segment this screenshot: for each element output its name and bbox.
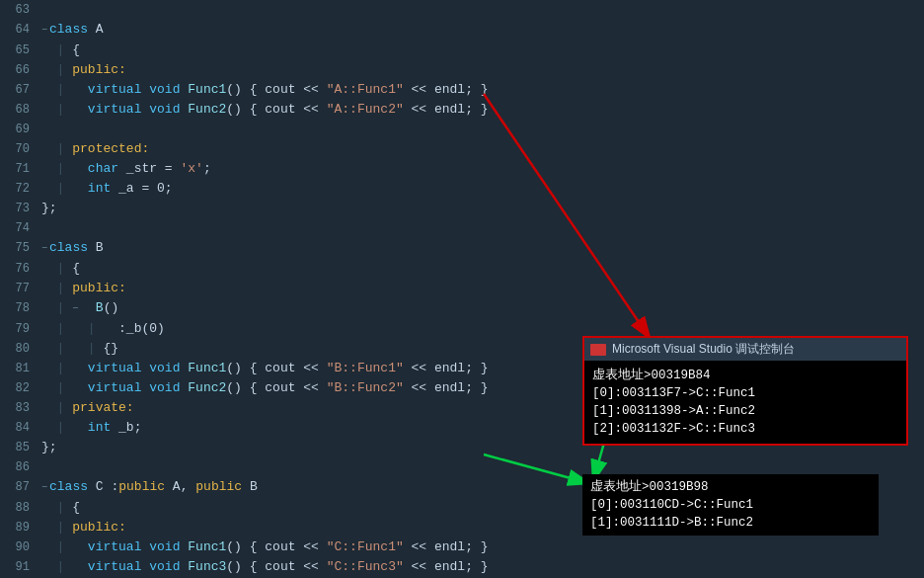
console-title-text: Microsoft Visual Studio 调试控制台 xyxy=(612,341,795,358)
console-popup-2: 虚表地址>00319B98 [0]:003110CD->C::Func1 [1]… xyxy=(582,474,879,536)
line-66: 66 | public: xyxy=(0,60,924,80)
console-body-1: 虚表地址>00319B84 [0]:003113F7->C::Func1 [1]… xyxy=(584,361,906,444)
line-72: 72 | int _a = 0; xyxy=(0,179,924,199)
line-75: 75 −class B xyxy=(0,238,924,259)
line-77: 77 | public: xyxy=(0,279,924,298)
vs-icon xyxy=(590,344,606,356)
console-line-1: [0]:003113F7->C::Func1 xyxy=(592,384,898,402)
line-71: 71 | char _str = 'x'; xyxy=(0,159,924,179)
console-line-3: [2]:0031132F->C::Func3 xyxy=(592,420,898,438)
line-67: 67 | virtual void Func1() { cout << "A::… xyxy=(0,80,924,100)
console-line-0: 虚表地址>00319B84 xyxy=(592,367,898,384)
console2-line-1: [0]:003110CD->C::Func1 xyxy=(590,496,871,514)
console-popup-1: Microsoft Visual Studio 调试控制台 虚表地址>00319… xyxy=(582,336,908,446)
line-76: 76 | { xyxy=(0,259,924,279)
line-90: 90 | virtual void Func1() { cout << "C::… xyxy=(0,537,924,557)
line-69: 69 xyxy=(0,120,924,139)
line-91: 91 | virtual void Func3() { cout << "C::… xyxy=(0,557,924,577)
collapse-c-icon[interactable]: − xyxy=(41,482,47,493)
collapse-b-icon[interactable]: − xyxy=(41,243,47,254)
console-title-bar: Microsoft Visual Studio 调试控制台 xyxy=(584,338,906,361)
line-64: 64 −class A xyxy=(0,20,924,41)
line-78: 78 | − B() xyxy=(0,298,924,319)
console2-line-0: 虚表地址>00319B98 xyxy=(590,478,871,496)
line-73: 73 }; xyxy=(0,199,924,218)
line-74: 74 xyxy=(0,218,924,238)
line-63: 63 xyxy=(0,0,924,20)
line-65: 65 | { xyxy=(0,41,924,60)
line-70: 70 | protected: xyxy=(0,139,924,159)
line-68: 68 | virtual void Func2() { cout << "A::… xyxy=(0,100,924,120)
collapse-ctor-icon[interactable]: − xyxy=(72,303,78,314)
collapse-icon[interactable]: − xyxy=(41,25,47,36)
console2-line-2: [1]:0031111D->B::Func2 xyxy=(590,514,871,532)
console-line-2: [1]:00311398->A::Func2 xyxy=(592,402,898,420)
